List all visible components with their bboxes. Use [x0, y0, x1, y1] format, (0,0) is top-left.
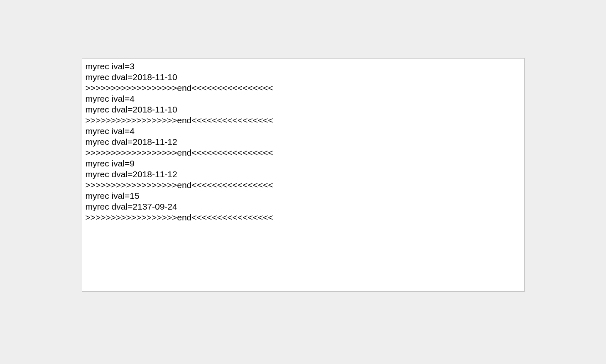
- output-line: >>>>>>>>>>>>>>>>>>end<<<<<<<<<<<<<<<<: [86, 115, 521, 126]
- output-line: myrec ival=3: [86, 61, 521, 72]
- output-line: >>>>>>>>>>>>>>>>>>end<<<<<<<<<<<<<<<<: [86, 180, 521, 191]
- output-line: myrec dval=2018-11-12: [86, 137, 521, 147]
- output-line: myrec dval=2137-09-24: [86, 201, 521, 212]
- output-line: >>>>>>>>>>>>>>>>>>end<<<<<<<<<<<<<<<<: [86, 212, 521, 223]
- output-line: myrec dval=2018-11-10: [86, 104, 521, 115]
- output-line: myrec ival=9: [86, 158, 521, 169]
- output-line: myrec ival=4: [86, 93, 521, 104]
- output-line: >>>>>>>>>>>>>>>>>>end<<<<<<<<<<<<<<<<: [86, 147, 521, 158]
- output-line: myrec dval=2018-11-12: [86, 169, 521, 180]
- output-line: myrec ival=15: [86, 191, 521, 201]
- output-line: myrec dval=2018-11-10: [86, 72, 521, 83]
- output-window: myrec ival=3 myrec dval=2018-11-10 >>>>>…: [82, 58, 525, 292]
- output-line: myrec ival=4: [86, 126, 521, 137]
- output-line: >>>>>>>>>>>>>>>>>>end<<<<<<<<<<<<<<<<: [86, 83, 521, 93]
